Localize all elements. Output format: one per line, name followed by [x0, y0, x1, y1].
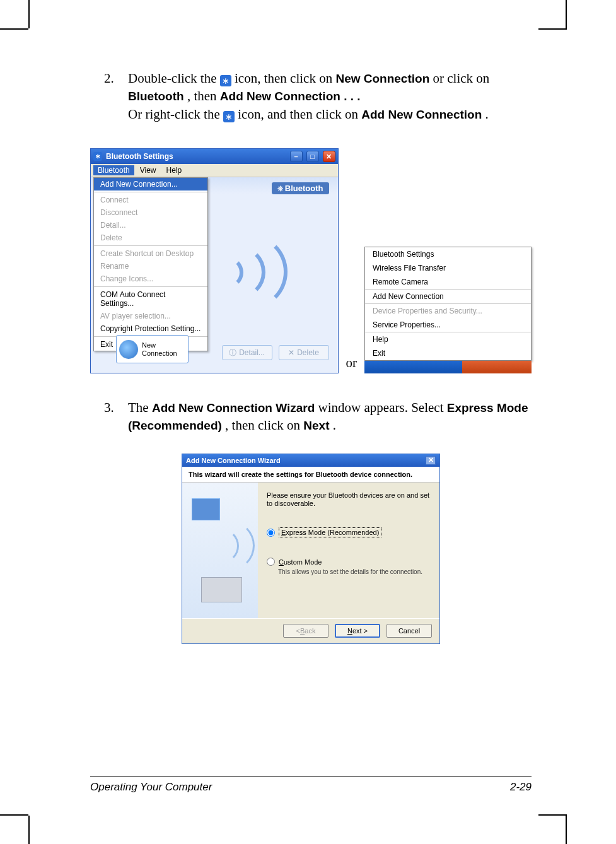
- info-icon: ⓘ: [229, 348, 236, 358]
- bold: Add New Connection Wizard: [152, 401, 315, 414]
- ctx-add-new-connection[interactable]: Add New Connection: [365, 290, 531, 303]
- dd-copyright[interactable]: Copyright Protection Setting...: [94, 322, 207, 335]
- wizard-titlebar[interactable]: Add New Connection Wizard ✕: [182, 454, 439, 467]
- menu-help[interactable]: Help: [162, 165, 187, 175]
- bold: New Connection: [335, 72, 429, 85]
- text: , then click on: [225, 418, 303, 433]
- delete-button: ✕ Delete: [279, 345, 329, 360]
- wizard-footer: < Back Next > Cancel: [182, 618, 439, 643]
- menu-bluetooth[interactable]: Bluetooth: [93, 165, 134, 175]
- context-menu-figure: Bluetooth Settings Wireless File Transfe…: [364, 247, 532, 373]
- dd-connect: Connect: [94, 194, 207, 206]
- ctx-exit[interactable]: Exit: [365, 346, 531, 360]
- bluetooth-icon: ∗: [93, 152, 102, 161]
- bold: Bluetooth: [128, 90, 184, 103]
- next-button[interactable]: Next >: [335, 624, 380, 638]
- maximize-button[interactable]: □: [306, 151, 319, 162]
- signal-icon: [119, 340, 138, 359]
- dd-com-settings[interactable]: COM Auto Connect Settings...: [94, 288, 207, 310]
- step-3: 3. The Add New Connection Wizard window …: [90, 399, 532, 435]
- wizard-options: Please ensure your Bluetooth devices are…: [258, 483, 439, 618]
- radio-custom-mode[interactable]: Custom Mode: [267, 558, 431, 566]
- bluetooth-dropdown-menu: Add New Connection... Connect Disconnect…: [93, 177, 208, 351]
- text: .: [485, 107, 489, 122]
- step-body: Double-click the ∗ icon, then click on N…: [128, 69, 532, 123]
- text: , then: [187, 88, 220, 103]
- signal-icon: [212, 234, 294, 310]
- wizard-body: Please ensure your Bluetooth devices are…: [182, 483, 439, 618]
- cancel-button[interactable]: Cancel: [386, 624, 432, 638]
- taskbar: [364, 361, 532, 373]
- wizard-hint: Please ensure your Bluetooth devices are…: [267, 491, 431, 509]
- dd-av-player: AV player selection...: [94, 310, 207, 322]
- dd-icons: Change Icons...: [94, 273, 207, 285]
- bold: Add New Connection . . .: [220, 90, 361, 103]
- wizard-title: Add New Connection Wizard: [186, 457, 281, 464]
- system-tray: [462, 361, 532, 373]
- step-num: 2.: [90, 69, 128, 123]
- text: .: [333, 418, 336, 433]
- radio-input[interactable]: [267, 529, 275, 537]
- wizard-dialog: Add New Connection Wizard ✕ This wizard …: [182, 454, 440, 644]
- text: Or right-click the: [128, 107, 223, 122]
- window-title: Bluetooth Settings: [106, 152, 173, 161]
- bluetooth-brand-badge: ❊ Bluetooth: [272, 182, 329, 194]
- close-button[interactable]: ✕: [426, 456, 436, 465]
- dd-disconnect: Disconnect: [94, 206, 207, 219]
- page-content: 2. Double-click the ∗ icon, then click o…: [90, 69, 532, 644]
- footer-right: 2-29: [510, 781, 532, 794]
- delete-icon: ✕: [288, 348, 294, 357]
- dd-rename: Rename: [94, 260, 207, 273]
- text: window appears. Select: [318, 400, 447, 415]
- step-2: 2. Double-click the ∗ icon, then click o…: [90, 69, 532, 123]
- radio-express-mode[interactable]: Express Mode (Recommended): [267, 527, 431, 537]
- wizard-banner: This wizard will create the settings for…: [182, 467, 439, 483]
- step-body: The Add New Connection Wizard window app…: [128, 399, 532, 435]
- ctx-device-properties: Device Properties and Security...: [365, 304, 531, 318]
- step-num: 3.: [90, 399, 128, 435]
- context-menu: Bluetooth Settings Wireless File Transfe…: [364, 247, 532, 361]
- new-connection-label: NewConnection: [142, 341, 177, 356]
- bluetooth-settings-window: ∗ Bluetooth Settings – □ ✕ Bluetooth Vie…: [90, 148, 339, 373]
- text: or click on: [433, 71, 490, 86]
- text: icon, then click on: [235, 71, 335, 86]
- minimize-button[interactable]: –: [290, 151, 303, 162]
- ctx-remote-camera[interactable]: Remote Camera: [365, 275, 531, 289]
- dd-delete: Delete: [94, 232, 207, 244]
- page-footer: Operating Your Computer 2-29: [90, 777, 532, 794]
- or-text: or: [346, 355, 357, 373]
- close-button[interactable]: ✕: [323, 151, 335, 162]
- custom-mode-desc: This allows you to set the details for t…: [278, 568, 431, 575]
- bold: Add New Connection: [361, 108, 482, 121]
- dd-add-new-connection[interactable]: Add New Connection...: [94, 178, 207, 190]
- window-body: ❊ Bluetooth Add New Connection... Connec…: [91, 177, 338, 373]
- ctx-wireless-file-transfer[interactable]: Wireless File Transfer: [365, 261, 531, 275]
- text: icon, and then click on: [238, 107, 361, 122]
- text: Double-click the: [128, 71, 220, 86]
- detail-button: ⓘ Detail...: [222, 345, 272, 360]
- bluetooth-icon: ∗: [223, 111, 235, 122]
- new-connection-button[interactable]: NewConnection: [116, 335, 189, 363]
- ctx-help[interactable]: Help: [365, 332, 531, 346]
- figures-row: ∗ Bluetooth Settings – □ ✕ Bluetooth Vie…: [90, 148, 532, 373]
- ctx-bluetooth-settings[interactable]: Bluetooth Settings: [365, 247, 531, 261]
- footer-left: Operating Your Computer: [90, 781, 212, 794]
- radio-input[interactable]: [267, 558, 275, 566]
- wizard-illustration: [182, 483, 258, 618]
- dd-shortcut: Create Shortcut on Desktop: [94, 247, 207, 260]
- menu-view[interactable]: View: [136, 165, 161, 175]
- text: The: [128, 400, 152, 415]
- bluetooth-icon: ∗: [220, 75, 231, 86]
- ctx-service-properties[interactable]: Service Properties...: [365, 318, 531, 332]
- back-button: < Back: [283, 624, 328, 638]
- bold: Next: [303, 419, 329, 432]
- menubar: Bluetooth View Help: [91, 164, 338, 177]
- window-titlebar[interactable]: ∗ Bluetooth Settings – □ ✕: [91, 149, 338, 164]
- dd-detail: Detail...: [94, 219, 207, 232]
